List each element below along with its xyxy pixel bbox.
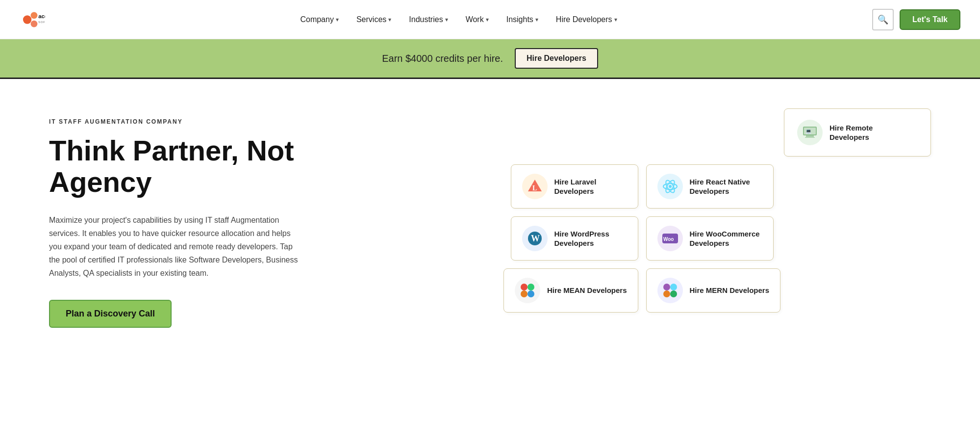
svg-point-15 xyxy=(669,185,672,188)
svg-text:acquaint: acquaint xyxy=(38,13,45,19)
chevron-down-icon: ▾ xyxy=(336,16,339,23)
nav-item-work[interactable]: Work ▾ xyxy=(458,11,497,28)
nav-label-work: Work xyxy=(466,15,484,24)
card-label-wordpress: Hire WordPressDevelopers xyxy=(554,229,609,248)
cards-top-row: 💻 Hire RemoteDevelopers xyxy=(343,108,941,157)
mean-icon xyxy=(515,278,540,303)
card-wordpress-developers[interactable]: W Hire WordPressDevelopers xyxy=(511,216,638,261)
hero-subtitle: IT STAFF AUGMENTATION COMPANY xyxy=(49,118,324,125)
hero-title: Think Partner, Not Agency xyxy=(49,135,324,198)
svg-text:L: L xyxy=(532,184,537,192)
svg-point-27 xyxy=(670,290,677,297)
svg-rect-6 xyxy=(806,135,814,137)
developer-cards-section: 💻 Hire RemoteDevelopers L Hire LaravelDe… xyxy=(343,108,941,313)
nav-item-company[interactable]: Company ▾ xyxy=(292,11,346,28)
nav-item-industries[interactable]: Industries ▾ xyxy=(401,11,455,28)
nav-item-hire-developers[interactable]: Hire Developers ▾ xyxy=(548,11,625,28)
hero-description: Maximize your project's capabilities by … xyxy=(49,213,304,280)
hero-section: IT STAFF AUGMENTATION COMPANY Think Part… xyxy=(49,108,324,328)
chevron-down-icon: ▾ xyxy=(535,16,538,23)
search-icon: 🔍 xyxy=(878,14,888,25)
svg-point-21 xyxy=(528,284,534,290)
nav-item-services[interactable]: Services ▾ xyxy=(349,11,399,28)
svg-text:W: W xyxy=(531,234,540,243)
nav-item-insights[interactable]: Insights ▾ xyxy=(499,11,546,28)
card-mern-developers[interactable]: Hire MERN Developers xyxy=(646,268,781,313)
main-content: IT STAFF AUGMENTATION COMPANY Think Part… xyxy=(0,79,980,413)
remote-icon: 💻 xyxy=(797,120,823,145)
svg-text:💻: 💻 xyxy=(805,128,812,134)
nav-links: Company ▾ Services ▾ Industries ▾ Work ▾… xyxy=(45,11,872,28)
laravel-icon: L xyxy=(522,174,548,199)
wordpress-icon: W xyxy=(522,226,548,251)
card-laravel-developers[interactable]: L Hire LaravelDevelopers xyxy=(511,164,638,209)
nav-actions: 🔍 Let's Talk xyxy=(872,9,960,30)
search-button[interactable]: 🔍 xyxy=(872,9,894,30)
chevron-down-icon: ▾ xyxy=(486,16,489,23)
navbar: acquaint SOFTTECH Company ▾ Services ▾ I… xyxy=(0,0,980,39)
banner-hire-button[interactable]: Hire Developers xyxy=(515,48,598,69)
card-react-native-developers[interactable]: Hire React NativeDevelopers xyxy=(646,164,774,209)
svg-point-22 xyxy=(521,290,528,297)
card-label-mern: Hire MERN Developers xyxy=(690,286,770,295)
svg-text:SOFTTECH: SOFTTECH xyxy=(38,20,45,23)
card-woocommerce-developers[interactable]: Woo Hire WooCommerceDevelopers xyxy=(646,216,774,261)
cards-row-1: L Hire LaravelDevelopers Hire React Nati… xyxy=(343,164,941,209)
nav-label-hire-developers: Hire Developers xyxy=(556,15,612,24)
nav-label-insights: Insights xyxy=(506,15,533,24)
lets-talk-button[interactable]: Let's Talk xyxy=(900,9,960,30)
chevron-down-icon: ▾ xyxy=(445,16,448,23)
svg-point-23 xyxy=(528,290,534,297)
svg-point-0 xyxy=(23,15,31,24)
card-mean-developers[interactable]: Hire MEAN Developers xyxy=(503,268,638,313)
card-label-remote: Hire RemoteDevelopers xyxy=(829,123,873,142)
card-label-react-native: Hire React NativeDevelopers xyxy=(690,177,750,196)
card-label-laravel: Hire LaravelDevelopers xyxy=(554,177,597,196)
banner-text: Earn $4000 credits per hire. xyxy=(382,53,503,64)
nav-label-services: Services xyxy=(356,15,386,24)
nav-label-company: Company xyxy=(300,15,333,24)
discovery-call-button[interactable]: Plan a Discovery Call xyxy=(49,300,172,328)
svg-point-2 xyxy=(31,20,38,27)
cards-row-2: W Hire WordPressDevelopers Woo Hire WooC… xyxy=(343,216,941,261)
card-label-woocommerce: Hire WooCommerceDevelopers xyxy=(690,229,760,248)
svg-rect-7 xyxy=(805,137,815,138)
chevron-down-icon: ▾ xyxy=(614,16,617,23)
promo-banner: Earn $4000 credits per hire. Hire Develo… xyxy=(0,39,980,79)
mern-icon xyxy=(657,278,683,303)
svg-text:Woo: Woo xyxy=(663,237,674,242)
woocommerce-icon: Woo xyxy=(657,226,683,251)
card-remote-developers[interactable]: 💻 Hire RemoteDevelopers xyxy=(784,108,931,157)
svg-point-1 xyxy=(31,12,38,19)
svg-point-20 xyxy=(521,284,528,290)
svg-point-25 xyxy=(670,284,677,290)
nav-label-industries: Industries xyxy=(409,15,443,24)
card-label-mean: Hire MEAN Developers xyxy=(547,286,627,295)
svg-point-26 xyxy=(663,290,670,297)
svg-point-24 xyxy=(663,284,670,290)
chevron-down-icon: ▾ xyxy=(388,16,391,23)
cards-row-3: Hire MEAN Developers Hire MERN Developer… xyxy=(343,268,941,313)
react-native-icon xyxy=(657,174,683,199)
logo[interactable]: acquaint SOFTTECH xyxy=(20,7,45,32)
